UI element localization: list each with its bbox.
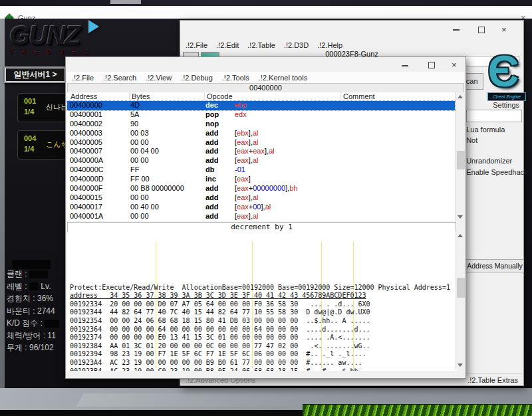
menu-item[interactable]: .!2.Table (247, 41, 275, 49)
disasm-row[interactable]: 004000004Ddecebp (67, 101, 455, 110)
disasm-mnemonic: add (205, 212, 219, 220)
hex-view[interactable]: Protect:Execute/Read/Write AllocationBas… (67, 232, 458, 371)
gunz-logo-subletter: L (84, 49, 88, 55)
disasm-bytes: FF 00 (130, 175, 150, 183)
hex-lines: Protect:Execute/Read/Write AllocationBas… (70, 284, 458, 371)
scrollbar-thumb[interactable] (457, 151, 465, 169)
minimize-icon[interactable] (453, 29, 460, 31)
scan-input-box[interactable] (466, 110, 522, 122)
scrollbar-thumb[interactable] (457, 278, 465, 298)
column-header[interactable]: Opcode (207, 92, 233, 100)
disasm-row[interactable]: 0040000700 04 00add[eax+eax],al (67, 147, 455, 156)
disasm-row[interactable]: 0040000A00 00add[eax],al (67, 156, 455, 165)
disasm-row[interactable]: 0040000CFFdb-01 (67, 165, 455, 175)
disasm-address: 00400000 (70, 101, 102, 109)
disasm-row[interactable]: 004000015Apopedx (67, 110, 455, 120)
disasm-row[interactable]: 0040000DFF 00inc[eax] (67, 175, 455, 184)
memory-viewer-window: × .!2.File.!2.Search.!2.View.!2.Debug.!2… (65, 56, 466, 379)
player-stats: 클랜 : 레벨 : Lv.경험치 : 36%바운티 : 2744K/D 점수 :… (7, 268, 65, 355)
operand-register: al (253, 138, 259, 146)
menu-item[interactable]: .!2.D3D (284, 41, 309, 49)
server-tab[interactable]: 일반서버1 > (4, 66, 66, 83)
disasm-mnemonic: inc (205, 175, 216, 183)
checkbox-label[interactable]: 2.Unrandomizer (460, 157, 512, 165)
operand-number: 00000000 (253, 184, 285, 192)
disasm-row[interactable]: 0040000500 00add[eax],al (67, 138, 455, 148)
menu-item[interactable]: .!2.Debug (181, 74, 213, 82)
room-list-item[interactable]: 0041/4こんち (17, 130, 72, 159)
menu-item[interactable]: .!2.Kernel tools (259, 74, 307, 82)
gunz-logo-subletter: T (9, 49, 13, 55)
column-header[interactable]: Address (70, 92, 97, 100)
menu-item[interactable]: .!2.Tools (222, 74, 249, 82)
operand-register: eax (237, 184, 249, 192)
address-bar[interactable]: 00400000 (67, 83, 464, 93)
instruction-info-bar: decrement by 1 (67, 222, 456, 233)
hex-row[interactable]: 001923A4 AC 23 19 00 00 00 00 00 B9 B0 6… (70, 359, 458, 367)
disasm-address: 00400003 (70, 129, 102, 137)
column-header[interactable]: Comment (343, 92, 375, 100)
redaction-blob (29, 282, 39, 290)
disasm-bytes: FF (130, 165, 139, 173)
room-list-item[interactable]: 0011/4신나는 (17, 93, 72, 122)
hex-row[interactable]: 00192384 AA 01 3C 01 20 00 00 00 0C 00 0… (70, 342, 458, 351)
scroll-up-icon[interactable] (458, 95, 463, 98)
disasm-row[interactable]: 0040001500 00add[eax],al (67, 193, 455, 203)
disasm-mnemonic: nop (205, 120, 219, 128)
hex-row[interactable]: 00192354 00 00 24 06 68 68 18 15 80 41 D… (70, 317, 458, 326)
disasm-operand: [ebx],al (235, 129, 259, 137)
hex-row[interactable]: 00192394 98 23 19 00 F7 1E 5F 6C F7 1E 5… (70, 350, 458, 359)
disasm-bytes: 4D (130, 101, 140, 109)
operand-register: eax (237, 138, 249, 146)
scroll-down-icon[interactable] (458, 215, 463, 219)
checkbox-label[interactable]: 2.Lua formula (460, 126, 505, 134)
menu-item[interactable]: .!2.File (186, 41, 207, 49)
operand-register: eax (237, 212, 249, 220)
minimize-icon[interactable] (402, 65, 408, 66)
menu-item[interactable]: .!2.Edit (216, 41, 239, 49)
disasm-address: 0040000A (70, 156, 103, 164)
close-icon[interactable]: × (452, 60, 457, 69)
menu-item[interactable]: .!2.Help (317, 41, 342, 49)
column-header[interactable]: Bytes (132, 92, 150, 100)
gunz-window-titlebar[interactable]: Gunz × (0, 6, 532, 19)
maximize-icon[interactable] (428, 62, 435, 68)
operand-symbol: ] (249, 175, 251, 183)
scroll-up-icon[interactable] (458, 234, 463, 237)
maximize-icon[interactable] (478, 27, 485, 33)
table-extras-link[interactable]: .!2.Table Extras (467, 376, 518, 384)
menu-item[interactable]: .!2.Search (103, 74, 136, 82)
disasm-bytes: 90 (130, 120, 138, 128)
hex-row[interactable]: 00192344 44 82 64 77 40 7C 40 15 44 82 6… (70, 308, 458, 317)
menu-item[interactable]: .!2.View (146, 74, 172, 82)
disasm-mnemonic: db (205, 165, 214, 173)
disasm-address: 00400017 (70, 203, 102, 211)
disasm-row[interactable]: 0040001700 40 00add[eax+00],al (67, 203, 455, 212)
desktop-top-tab (110, 0, 141, 4)
gunz-logo-subletter: E (34, 49, 38, 55)
operand-register: eax (237, 156, 249, 164)
menu-item[interactable]: .!2.File (72, 74, 94, 82)
add-address-manually-button[interactable]: Address Manually (466, 259, 524, 272)
operand-register: eax (237, 147, 249, 155)
scroll-down-icon[interactable] (458, 364, 463, 367)
hex-row[interactable]: 00192364 00 00 00 00 64 00 00 00 00 00 0… (70, 326, 458, 334)
operand-number: 00 (253, 203, 261, 211)
disasm-operand: [eax],al (235, 212, 259, 220)
operand-register: edx (235, 110, 247, 118)
close-icon[interactable]: × (501, 25, 507, 34)
disassembler-rows: 004000004Ddecebp004000015Apopedx00400002… (67, 101, 455, 221)
stat-label: 레벨 : (7, 282, 29, 291)
disasm-row[interactable]: 0040001A00 00add[eax],al (67, 212, 455, 221)
disasm-row[interactable]: 0040000300 03add[ebx],al (67, 129, 455, 138)
hex-row[interactable]: 00192374 00 00 00 00 E0 13 41 15 3C 01 0… (70, 334, 458, 342)
hex-row[interactable]: 00192334 20 00 00 00 D0 07 A7 05 64 00 0… (70, 300, 458, 309)
disasm-row[interactable]: 0040000290nop (67, 120, 455, 129)
disasm-mnemonic: add (205, 193, 219, 201)
disasm-row[interactable]: 0040000F00 B8 00000000add[eax+00000000],… (67, 184, 455, 193)
gunz-logo-subletter: H (21, 49, 26, 55)
stat-label: K/D 점수 : (7, 318, 45, 328)
hex-row[interactable]: 001923B4 AC 23 19 00 C0 23 19 00 B8 05 2… (70, 367, 458, 371)
disassembler-scrollbar[interactable] (456, 92, 465, 221)
checkbox-label[interactable]: 2.Enable Speedhack (460, 168, 528, 176)
